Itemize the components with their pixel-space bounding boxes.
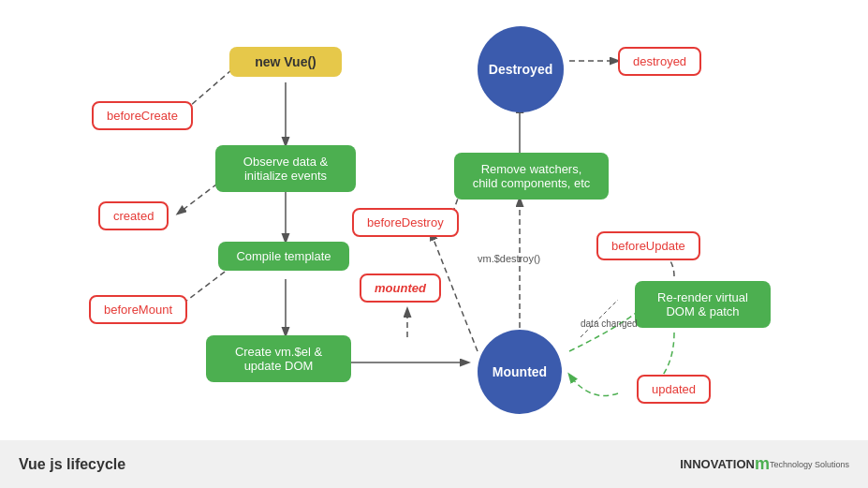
remove-watchers-node: Remove watchers, child components, etc [454, 153, 609, 200]
before-mount-node: beforeMount [89, 295, 187, 324]
logo-m: m [755, 454, 770, 474]
footer-logo: INNOVATIONm Technology Solutions [680, 454, 849, 474]
observe-data-node: Observe data & initialize events [215, 145, 356, 192]
destroyed-circle: Destroyed [478, 26, 564, 112]
created-node: created [98, 201, 169, 230]
create-vm-node: Create vm.$el & update DOM [206, 335, 351, 382]
rerender-node: Re-render virtual DOM & patch [635, 281, 771, 328]
vm-destroy-label: vm.$destroy() [478, 253, 540, 264]
diagram-area: new Vue() Observe data & initialize even… [0, 0, 868, 440]
compile-template-node: Compile template [218, 242, 349, 271]
before-destroy-node: beforeDestroy [352, 208, 459, 237]
mounted-hook-node: mounted [360, 274, 441, 303]
logo-sub: Technology Solutions [770, 460, 849, 469]
logo-text: INNOVATION [680, 457, 755, 471]
new-vue-node: new Vue() [229, 47, 342, 77]
before-update-node: beforeUpdate [596, 231, 700, 260]
footer: Vue js lifecycle INNOVATIONm Technology … [0, 440, 868, 488]
data-changed-label: data changed [581, 318, 638, 329]
before-create-node: beforeCreate [92, 101, 193, 130]
updated-node: updated [637, 375, 711, 404]
mounted-circle: Mounted [478, 330, 562, 414]
footer-title: Vue js lifecycle [19, 456, 125, 473]
destroyed-hook-node: destroyed [618, 47, 701, 76]
